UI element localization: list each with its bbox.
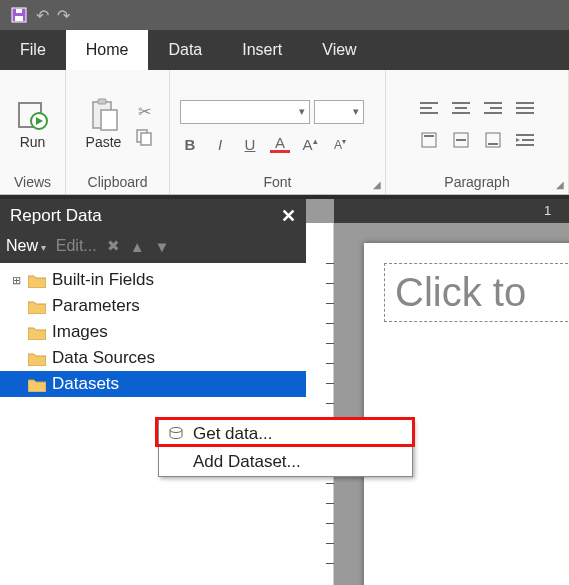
move-up-icon: ▲ — [130, 238, 145, 255]
folder-icon — [28, 325, 46, 339]
tree-item-images[interactable]: Images — [0, 319, 306, 345]
panel-header: Report Data ✕ — [0, 199, 306, 233]
bold-button[interactable]: B — [180, 136, 200, 153]
group-font-label: Font◢ — [170, 172, 385, 194]
context-menu: Get data... Add Dataset... — [158, 419, 413, 477]
redo-icon[interactable]: ↷ — [57, 6, 70, 25]
tree-label: Images — [52, 322, 108, 342]
align-top-icon[interactable] — [416, 127, 442, 153]
ruler-horizontal: 1 — [334, 199, 569, 223]
paragraph-launcher-icon[interactable]: ◢ — [556, 179, 564, 190]
cut-icon[interactable]: ✂ — [133, 100, 155, 122]
close-icon[interactable]: ✕ — [281, 205, 296, 227]
tab-file[interactable]: File — [0, 30, 66, 70]
panel-title: Report Data — [10, 206, 102, 226]
tree-label: Parameters — [52, 296, 140, 316]
group-paragraph: Paragraph◢ — [386, 70, 569, 194]
tab-data[interactable]: Data — [148, 30, 222, 70]
group-paragraph-label: Paragraph◢ — [386, 172, 568, 194]
font-launcher-icon[interactable]: ◢ — [373, 179, 381, 190]
quick-access-toolbar: ↶ ↷ — [0, 0, 569, 30]
design-surface: 1 Click to — [306, 199, 569, 585]
ruler-vertical — [306, 223, 334, 585]
align-right-icon[interactable] — [480, 95, 506, 121]
tree-item-builtin-fields[interactable]: ⊞ Built-in Fields — [0, 267, 306, 293]
ruler-tick-label: 1 — [544, 203, 551, 218]
align-center-icon[interactable] — [448, 95, 474, 121]
title-placeholder[interactable]: Click to — [384, 263, 569, 322]
font-color-button[interactable]: A — [270, 136, 290, 153]
align-left-icon[interactable] — [416, 95, 442, 121]
svg-marker-35 — [28, 328, 46, 340]
tab-view[interactable]: View — [302, 30, 376, 70]
grow-font-button[interactable]: A▴ — [300, 136, 320, 153]
ribbon: Run Views Paste ✂ Clipboard — [0, 70, 569, 195]
align-bottom-icon[interactable] — [480, 127, 506, 153]
group-views: Run Views — [0, 70, 66, 194]
tree-item-data-sources[interactable]: Data Sources — [0, 345, 306, 371]
tree-item-parameters[interactable]: Parameters — [0, 293, 306, 319]
svg-rect-7 — [98, 99, 106, 104]
folder-icon — [28, 377, 46, 391]
tree-label: Built-in Fields — [52, 270, 154, 290]
tab-home[interactable]: Home — [66, 30, 149, 70]
get-data-icon — [167, 425, 185, 443]
ctx-get-data[interactable]: Get data... — [159, 420, 412, 448]
svg-point-38 — [170, 428, 182, 433]
group-clipboard: Paste ✂ Clipboard — [66, 70, 170, 194]
font-family-combo[interactable]: ▾ — [180, 100, 310, 124]
paste-button[interactable]: Paste — [80, 94, 128, 154]
delete-icon: ✖ — [107, 237, 120, 255]
svg-marker-37 — [28, 380, 46, 392]
tree-label: Datasets — [52, 374, 119, 394]
svg-rect-2 — [16, 9, 22, 13]
group-clipboard-label: Clipboard — [66, 172, 169, 194]
folder-icon — [28, 299, 46, 313]
svg-marker-34 — [28, 302, 46, 314]
svg-marker-36 — [28, 354, 46, 366]
svg-rect-10 — [141, 133, 151, 145]
move-down-icon: ▼ — [155, 238, 170, 255]
svg-marker-33 — [28, 276, 46, 288]
tree-label: Data Sources — [52, 348, 155, 368]
blank-icon — [167, 453, 185, 471]
panel-toolbar: New Edit... ✖ ▲ ▼ — [0, 233, 306, 263]
report-data-panel: Report Data ✕ New Edit... ✖ ▲ ▼ ⊞ Built-… — [0, 199, 306, 585]
tree-item-datasets[interactable]: Datasets — [0, 371, 306, 397]
ctx-add-dataset-label: Add Dataset... — [193, 452, 301, 472]
expand-icon[interactable]: ⊞ — [10, 274, 22, 287]
svg-rect-8 — [101, 110, 117, 130]
align-middle-icon[interactable] — [448, 127, 474, 153]
tree: ⊞ Built-in Fields Parameters Images Data… — [0, 263, 306, 401]
run-icon — [16, 98, 50, 132]
svg-rect-1 — [15, 16, 23, 21]
ctx-add-dataset[interactable]: Add Dataset... — [159, 448, 412, 476]
panel-new-button[interactable]: New — [6, 237, 46, 255]
ctx-get-data-label: Get data... — [193, 424, 272, 444]
canvas[interactable]: Click to — [334, 223, 569, 585]
align-justify-icon[interactable] — [512, 95, 538, 121]
indent-icon[interactable] — [512, 127, 538, 153]
shrink-font-button[interactable]: A▾ — [330, 137, 350, 152]
main-area: Report Data ✕ New Edit... ✖ ▲ ▼ ⊞ Built-… — [0, 199, 569, 585]
group-views-label: Views — [0, 172, 65, 194]
font-size-combo[interactable]: ▾ — [314, 100, 364, 124]
underline-button[interactable]: U — [240, 136, 260, 153]
run-button[interactable]: Run — [10, 94, 56, 154]
italic-button[interactable]: I — [210, 136, 230, 153]
folder-icon — [28, 351, 46, 365]
svg-marker-32 — [516, 138, 520, 142]
report-page[interactable]: Click to — [364, 243, 569, 585]
save-icon[interactable] — [10, 6, 28, 24]
folder-icon — [28, 273, 46, 287]
tab-insert[interactable]: Insert — [222, 30, 302, 70]
group-font: ▾ ▾ B I U A A▴ A▾ Font◢ — [170, 70, 386, 194]
paste-icon — [87, 98, 121, 132]
paste-label: Paste — [86, 134, 122, 150]
ribbon-tabs: File Home Data Insert View — [0, 30, 569, 70]
copy-icon[interactable] — [133, 126, 155, 148]
undo-icon[interactable]: ↶ — [36, 6, 49, 25]
run-label: Run — [20, 134, 46, 150]
panel-edit-button: Edit... — [56, 237, 97, 255]
